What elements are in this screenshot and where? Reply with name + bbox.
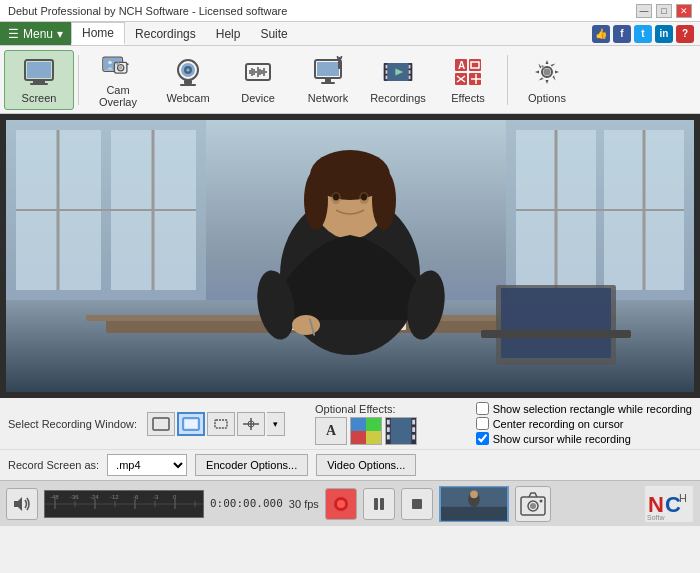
encoder-options-button[interactable]: Encoder Options... <box>195 454 308 476</box>
full-screen-select-btn[interactable] <box>147 412 175 436</box>
svg-point-55 <box>544 68 551 75</box>
nch-logo: N C H Softw <box>644 485 694 523</box>
text-effect-btn[interactable]: A <box>315 417 347 445</box>
toolbar-screen[interactable]: Screen <box>4 50 74 110</box>
svg-rect-109 <box>412 419 415 424</box>
svg-point-17 <box>187 68 190 71</box>
time-display: 0:00:00.000 <box>210 497 283 510</box>
svg-point-90 <box>292 315 320 335</box>
window-select-btn[interactable] <box>177 412 205 436</box>
toolbar-webcam[interactable]: Webcam <box>153 50 223 110</box>
svg-rect-16 <box>180 84 196 86</box>
svg-rect-1 <box>33 80 45 83</box>
checkboxes-section: Show selection rectangle while recording… <box>476 402 692 445</box>
toolbar-webcam-label: Webcam <box>166 92 209 104</box>
controls-area: Select Recording Window: ▾ <box>0 398 700 480</box>
volume-button[interactable] <box>6 488 38 520</box>
svg-rect-94 <box>185 420 197 428</box>
optional-effects-section: Optional Effects: A <box>315 403 417 445</box>
toolbar-recordings-label: Recordings <box>370 92 426 104</box>
stop-button[interactable] <box>401 488 433 520</box>
svg-rect-29 <box>317 62 339 76</box>
thumbsup-icon[interactable]: 👍 <box>592 25 610 43</box>
menu-item-help[interactable]: Help <box>206 22 251 45</box>
menu-button[interactable]: ☰ Menu ▾ <box>0 22 71 45</box>
pause-button[interactable] <box>363 488 395 520</box>
format-select[interactable]: .mp4 <box>107 454 187 476</box>
svg-rect-37 <box>386 64 388 68</box>
checkbox-row-2: Center recording on cursor <box>476 417 692 430</box>
svg-rect-40 <box>409 64 411 68</box>
select-recording-row: Select Recording Window: ▾ <box>0 398 700 449</box>
toolbar-options[interactable]: Options <box>512 50 582 110</box>
main-content <box>0 114 700 398</box>
preview-thumbnail[interactable] <box>439 486 509 522</box>
menu-arrow: ▾ <box>57 27 63 41</box>
minimize-button[interactable]: — <box>636 4 652 18</box>
effects-icon: A <box>452 56 484 88</box>
toolbar-options-label: Options <box>528 92 566 104</box>
svg-text:A: A <box>458 60 465 71</box>
waveform-area[interactable]: -48 -36 -24 -12 -6 -3 0 <box>44 490 204 518</box>
show-selection-rectangle-checkbox[interactable] <box>476 402 489 415</box>
menu-item-home[interactable]: Home <box>71 22 125 45</box>
toolbar-divider-2 <box>507 55 508 105</box>
menu-bar: ☰ Menu ▾ Home Recordings Help Suite 👍 f … <box>0 22 700 46</box>
close-button[interactable]: ✕ <box>676 4 692 18</box>
svg-text:-12: -12 <box>110 494 119 500</box>
toolbar-recordings[interactable]: Recordings <box>363 50 433 110</box>
svg-rect-132 <box>380 498 384 510</box>
svg-point-83 <box>372 170 396 230</box>
menu-item-recordings[interactable]: Recordings <box>125 22 206 45</box>
svg-rect-95 <box>215 420 227 428</box>
svg-point-86 <box>333 194 339 201</box>
svg-rect-131 <box>374 498 378 510</box>
menu-item-suite[interactable]: Suite <box>250 22 297 45</box>
record-button[interactable] <box>325 488 357 520</box>
video-options-button[interactable]: Video Options... <box>316 454 416 476</box>
facebook-icon[interactable]: f <box>613 25 631 43</box>
region-select-btn[interactable] <box>207 412 235 436</box>
film-icon <box>382 56 414 88</box>
svg-rect-3 <box>27 62 51 78</box>
center-recording-checkbox[interactable] <box>476 417 489 430</box>
svg-text:-48: -48 <box>50 494 59 500</box>
video-preview <box>6 120 694 392</box>
svg-rect-15 <box>184 80 192 84</box>
svg-rect-74 <box>481 330 631 338</box>
svg-rect-9 <box>116 62 120 65</box>
crosshair-select-btn[interactable] <box>237 412 265 436</box>
linkedin-icon[interactable]: in <box>655 25 673 43</box>
svg-text:H: H <box>679 492 687 504</box>
color-effect-btn[interactable] <box>350 417 382 445</box>
window-select-dropdown[interactable]: ▾ <box>267 412 285 436</box>
help-icon[interactable]: ? <box>676 25 694 43</box>
toolbar-device-label: Device <box>241 92 275 104</box>
checkbox-row-3: Show cursor while recording <box>476 432 692 445</box>
svg-point-10 <box>127 63 129 65</box>
svg-rect-99 <box>351 417 366 430</box>
svg-point-130 <box>337 500 345 508</box>
twitter-icon[interactable]: t <box>634 25 652 43</box>
svg-text:-36: -36 <box>70 494 79 500</box>
window-title: Debut Professional by NCH Software - Lic… <box>8 5 287 17</box>
optional-effects-label: Optional Effects: <box>315 403 417 415</box>
toolbar-screen-label: Screen <box>22 92 57 104</box>
svg-text:-6: -6 <box>133 494 139 500</box>
toolbar-divider-1 <box>78 55 79 105</box>
film-effect-btn[interactable] <box>385 417 417 445</box>
svg-rect-102 <box>366 431 381 444</box>
transport-bar: -48 -36 -24 -12 -6 -3 0 0:00:00.000 30 f… <box>0 480 700 526</box>
gear-icon <box>531 56 563 88</box>
center-recording-label: Center recording on cursor <box>493 418 624 430</box>
maximize-button[interactable]: □ <box>656 4 672 18</box>
toolbar-effects[interactable]: A Effects <box>433 50 503 110</box>
svg-rect-106 <box>387 419 390 424</box>
toolbar-network[interactable]: Network <box>293 50 363 110</box>
camera-screenshot-button[interactable] <box>515 486 551 522</box>
network-icon <box>312 56 344 88</box>
toolbar-device[interactable]: Device <box>223 50 293 110</box>
device-icon <box>242 56 274 88</box>
toolbar-cam-overlay[interactable]: Cam Overlay <box>83 50 153 110</box>
show-cursor-checkbox[interactable] <box>476 432 489 445</box>
